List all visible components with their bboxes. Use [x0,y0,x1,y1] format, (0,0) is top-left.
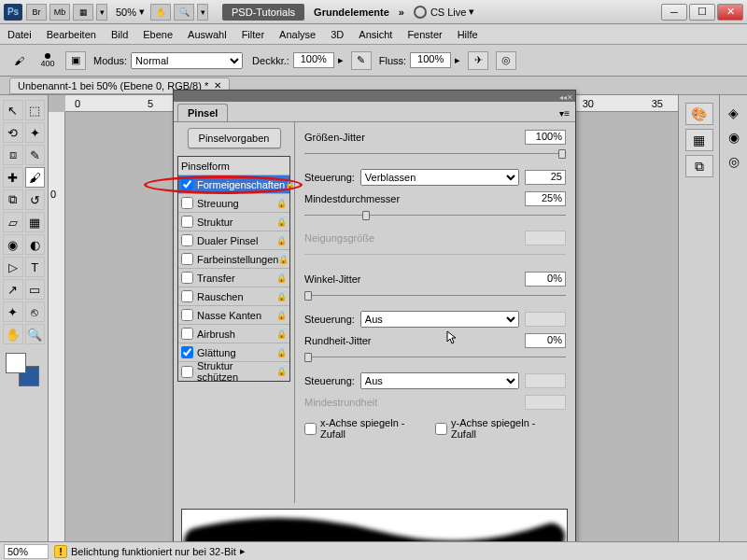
workspace-psd-tutorials[interactable]: PSD-Tutorials [222,4,304,21]
mini-bridge-button[interactable]: Mb [49,4,70,21]
3d-camera-tool[interactable]: ⎋ [25,301,46,322]
blur-tool[interactable]: ◉ [3,234,23,255]
foreground-color[interactable] [6,353,26,373]
menu-ansicht[interactable]: Ansicht [359,29,392,40]
winkel-jitter-slider[interactable] [304,290,566,301]
menu-analyse[interactable]: Analyse [279,29,316,40]
pen-tool[interactable]: ▷ [3,257,23,277]
gradient-tool[interactable]: ▦ [25,212,46,232]
deckkr-dropdown-icon[interactable]: ▸ [338,54,344,66]
channels-panel-icon[interactable]: ◉ [724,127,744,147]
groessen-jitter-slider[interactable] [304,148,566,160]
brush-setting-glättung[interactable]: Glättung🔒 [178,343,289,362]
brush-panel-toggle[interactable]: ▣ [65,51,86,70]
winkel-jitter-value[interactable]: 0% [525,272,566,287]
view-extras-dropdown[interactable]: ▾ [96,4,107,21]
type-tool[interactable]: T [25,257,46,277]
brush-setting-pinselform[interactable]: Pinselform [178,157,289,175]
brush-setting-struktur[interactable]: Struktur🔒 [178,213,289,231]
lasso-tool[interactable]: ⟲ [3,122,23,143]
menu-hilfe[interactable]: Hilfe [458,29,478,40]
steuerung-value-1[interactable]: 25 [525,170,566,185]
color-swatches[interactable] [6,353,39,386]
ruler-vertical[interactable]: 0 [49,112,65,541]
path-select-tool[interactable]: ↗ [3,279,23,300]
marquee-tool[interactable]: ⬚ [25,100,46,120]
mindest-value[interactable]: 25% [525,191,566,206]
brush-preset-picker[interactable]: 400 [35,49,60,73]
menu-bearbeiten[interactable]: Bearbeiten [47,29,96,40]
status-zoom[interactable]: 50% [4,544,49,559]
maximize-button[interactable]: ☐ [689,4,715,21]
brush-setting-farbeinstellungen[interactable]: Farbeinstellungen🔒 [178,250,289,269]
swatches-panel-icon[interactable]: ▦ [685,129,713,151]
status-dropdown-icon[interactable]: ▸ [240,545,246,557]
brush-setting-nasse-kanten[interactable]: Nasse Kanten🔒 [178,306,289,325]
zoom-tool[interactable]: 🔍 [25,324,46,344]
eyedropper-tool[interactable]: ✎ [25,145,46,165]
fluss-dropdown-icon[interactable]: ▸ [455,54,460,66]
view-extras-button[interactable]: ▦ [73,4,93,21]
close-button[interactable]: ✕ [717,4,743,21]
tablet-pressure-opacity-icon[interactable]: ✎ [351,51,372,70]
airbrush-toggle-icon[interactable]: ✈ [468,51,488,70]
menu-auswahl[interactable]: Auswahl [188,29,227,40]
hand-tool-button[interactable]: ✋ [150,4,171,21]
workspace-grundelemente[interactable]: Grundelemente [314,7,389,18]
minimize-button[interactable]: ─ [661,4,687,21]
shape-tool[interactable]: ▭ [25,279,46,300]
styles-panel-icon[interactable]: ⧉ [685,155,713,177]
steuerung-select-2[interactable]: Aus [360,311,519,328]
rundheit-jitter-value[interactable]: 0% [525,333,566,348]
mindest-slider[interactable] [304,210,566,221]
menu-fenster[interactable]: Fenster [407,29,442,40]
fluss-input[interactable]: 100% [410,52,451,68]
rundheit-jitter-slider[interactable] [304,352,566,363]
color-panel-icon[interactable]: 🎨 [685,103,713,125]
brush-setting-struktur-schützen[interactable]: Struktur schützen🔒 [178,362,289,381]
brush-setting-dualer-pinsel[interactable]: Dualer Pinsel🔒 [178,231,289,250]
tablet-pressure-size-icon[interactable]: ◎ [496,51,516,70]
bridge-button[interactable]: Br [26,4,47,21]
dodge-tool[interactable]: ◐ [25,234,46,255]
deckkr-input[interactable]: 100% [293,52,334,68]
modus-select[interactable]: Normal [131,52,243,69]
menu-datei[interactable]: Datei [7,29,32,40]
zoom-level[interactable]: 50% ▾ [116,6,145,18]
brush-tool[interactable]: 🖌 [25,167,46,188]
hand-tool[interactable]: ✋ [3,324,23,344]
eraser-tool[interactable]: ▱ [3,212,23,232]
brush-setting-transfer[interactable]: Transfer🔒 [178,269,289,287]
panel-menu-icon[interactable]: ▾≡ [559,108,570,119]
menu-bild[interactable]: Bild [111,29,128,40]
menu-ebene[interactable]: Ebene [143,29,173,40]
3d-tool[interactable]: ✦ [3,301,23,322]
pinselvorgaben-button[interactable]: Pinselvorgaben [188,128,281,148]
menu-filter[interactable]: Filter [242,29,264,40]
screen-mode-dropdown[interactable]: ▾ [197,4,208,21]
steuerung-select-1[interactable]: Verblassen [360,169,519,186]
cs-live-button[interactable]: CS Live ▾ [414,6,475,19]
crop-tool[interactable]: ⧈ [3,145,23,165]
panel-drag-bar[interactable]: ◂◂ ✕ [174,91,575,102]
zoom-tool-button[interactable]: 🔍 [174,4,194,21]
brush-setting-rauschen[interactable]: Rauschen🔒 [178,287,289,306]
workspace-more-icon[interactable]: » [399,7,404,18]
panel-close-icon[interactable]: ✕ [567,93,572,99]
steuerung-select-3[interactable]: Aus [360,372,519,389]
brush-setting-formeigenschaften[interactable]: Formeigenschaften🔒 [178,175,289,194]
paths-panel-icon[interactable]: ◎ [724,151,744,172]
layers-panel-icon[interactable]: ◈ [724,103,744,123]
pinsel-tab[interactable]: Pinsel [177,104,228,121]
move-tool[interactable]: ↖ [3,100,23,120]
brush-setting-streuung[interactable]: Streuung🔒 [178,194,289,213]
groessen-jitter-value[interactable]: 100% [525,130,566,145]
panel-collapse-icon[interactable]: ◂◂ [559,93,565,99]
history-brush-tool[interactable]: ↺ [25,189,46,210]
healing-tool[interactable]: ✚ [3,167,23,188]
y-flip-checkbox[interactable]: y-Achse spiegeln - Zufall [435,417,549,440]
clone-tool[interactable]: ⧉ [3,189,23,210]
brush-setting-airbrush[interactable]: Airbrush🔒 [178,325,289,343]
brush-tool-icon[interactable]: 🖌 [7,51,30,70]
menu-3d[interactable]: 3D [331,29,344,40]
